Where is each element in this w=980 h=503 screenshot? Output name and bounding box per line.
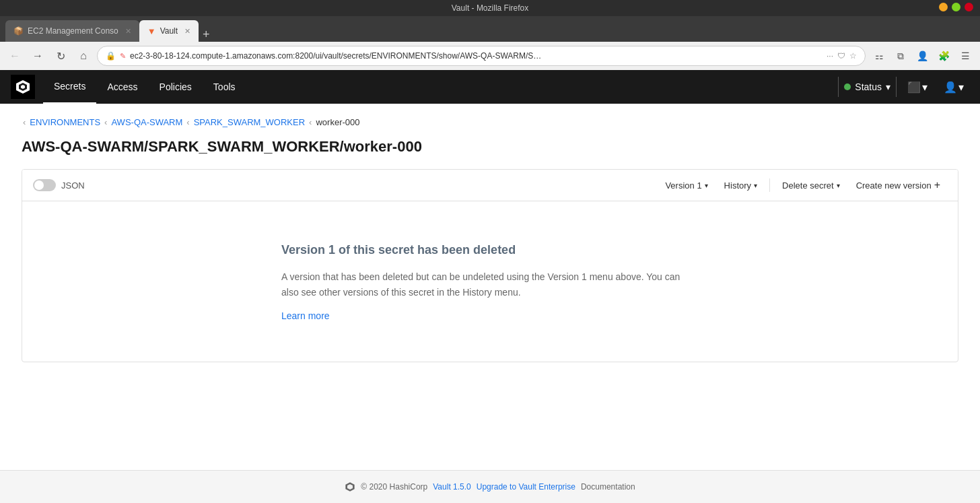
version-label: Version 1 <box>665 180 701 191</box>
breadcrumb-current: worker-000 <box>316 117 359 127</box>
vault-logo-icon <box>15 79 31 95</box>
maximize-button[interactable] <box>952 3 960 11</box>
nav-access[interactable]: Access <box>96 70 148 104</box>
breadcrumb-sep-3: ‹ <box>309 117 312 127</box>
reload-button[interactable]: ↻ <box>51 46 70 65</box>
breadcrumb-spark-swarm-worker[interactable]: SPARK_SWARM_WORKER <box>194 117 305 127</box>
create-plus-icon: + <box>934 179 940 191</box>
tab-ec2-favicon: 📦 <box>13 26 24 36</box>
delete-chevron-icon: ▾ <box>837 182 840 189</box>
home-button[interactable]: ⌂ <box>74 46 93 65</box>
breadcrumb-aws-qa-swarm[interactable]: AWS-QA-SWARM <box>111 117 182 127</box>
create-version-label: Create new version <box>856 180 932 191</box>
version-button[interactable]: Version 1 ▾ <box>658 178 714 193</box>
deleted-title: Version 1 of this secret has been delete… <box>281 242 516 259</box>
menu-button[interactable]: ☰ <box>956 46 975 65</box>
extensions-button[interactable]: 🧩 <box>934 46 953 65</box>
tab-ec2-close[interactable]: ✕ <box>125 27 131 36</box>
page-title: AWS-QA-SWARM/SPARK_SWARM_WORKER/worker-0… <box>22 138 958 156</box>
toolbar-separator <box>769 178 770 192</box>
version-chevron-icon: ▾ <box>705 182 708 189</box>
tab-ec2-label: EC2 Management Conso <box>28 26 118 36</box>
address-text: ec2-3-80-18-124.compute-1.amazonaws.com:… <box>130 51 823 61</box>
docs-link[interactable]: Documentation <box>581 482 635 492</box>
user-button[interactable]: 👤 ▾ <box>938 78 969 96</box>
status-label: Status <box>855 81 882 92</box>
vault-version-link[interactable]: Vault 1.5.0 <box>433 482 470 492</box>
nav-policies[interactable]: Policies <box>149 70 203 104</box>
browser-title: Vault - Mozilla Firefox <box>452 3 528 13</box>
vault-nav: Secrets Access Policies Tools Status ▾ ⬛… <box>0 70 980 104</box>
tab-vault[interactable]: ▼ Vault ✕ <box>139 20 199 42</box>
new-tab-button[interactable]: + <box>199 28 214 42</box>
back-button[interactable]: ← <box>5 46 24 65</box>
deleted-content: Version 1 of this secret has been delete… <box>254 201 726 362</box>
bookmark-icon[interactable]: 🛡 <box>837 51 845 61</box>
toolbar-right: Version 1 ▾ History ▾ Delete secret ▾ <box>658 176 947 194</box>
hashicorp-logo-icon <box>345 481 355 492</box>
breadcrumb-environments[interactable]: ENVIRONMENTS <box>30 117 100 127</box>
minimize-button[interactable] <box>939 3 948 11</box>
footer-copyright: © 2020 HashiCorp <box>361 482 427 492</box>
terminal-button[interactable]: ⬛ ▾ <box>902 78 933 96</box>
more-options-icon[interactable]: ··· <box>827 51 833 61</box>
status-chevron-icon: ▾ <box>886 81 890 92</box>
tab-vault-close[interactable]: ✕ <box>184 27 190 36</box>
create-version-button[interactable]: Create new version + <box>849 176 947 194</box>
security-icon: 🔒 <box>106 51 116 61</box>
secret-toolbar: JSON Version 1 ▾ History ▾ <box>22 170 958 201</box>
tab-ec2[interactable]: 📦 EC2 Management Conso ✕ <box>5 20 139 42</box>
secret-card: JSON Version 1 ▾ History ▾ <box>22 169 958 362</box>
sidebar-button[interactable]: ⚏ <box>870 46 888 65</box>
status-indicator <box>844 83 851 90</box>
star-icon[interactable]: ☆ <box>849 51 857 61</box>
address-icon: ✎ <box>120 52 126 61</box>
breadcrumb-sep-2: ‹ <box>186 117 189 127</box>
toggle-knob <box>34 180 44 190</box>
delete-button[interactable]: Delete secret ▾ <box>775 178 847 193</box>
json-label: JSON <box>61 180 85 191</box>
nav-tools[interactable]: Tools <box>203 70 246 104</box>
upgrade-link[interactable]: Upgrade to Vault Enterprise <box>477 482 575 492</box>
tab-vault-favicon: ▼ <box>147 26 156 36</box>
tab-groups-button[interactable]: ⧉ <box>891 46 910 65</box>
nav-secrets[interactable]: Secrets <box>43 70 96 104</box>
address-bar[interactable]: 🔒 ✎ ec2-3-80-18-124.compute-1.amazonaws.… <box>97 46 866 66</box>
tab-vault-label: Vault <box>160 26 178 36</box>
profile-button[interactable]: 👤 <box>913 46 932 65</box>
vault-logo <box>11 75 35 99</box>
status-button[interactable]: Status ▾ <box>844 81 890 92</box>
breadcrumb: ‹ ENVIRONMENTS ‹ AWS-QA-SWARM ‹ SPARK_SW… <box>22 117 958 127</box>
json-toggle-switch[interactable] <box>33 179 56 191</box>
history-label: History <box>724 180 751 191</box>
close-button[interactable] <box>965 3 973 11</box>
forward-button[interactable]: → <box>28 46 47 65</box>
breadcrumb-sep-1: ‹ <box>104 117 107 127</box>
json-toggle-group: JSON <box>33 179 85 191</box>
deleted-description: A version that has been deleted but can … <box>281 269 699 300</box>
footer-logo <box>345 481 355 492</box>
history-chevron-icon: ▾ <box>754 182 757 189</box>
history-button[interactable]: History ▾ <box>718 178 764 193</box>
delete-label: Delete secret <box>782 180 834 191</box>
learn-more-link[interactable]: Learn more <box>281 310 330 321</box>
footer: © 2020 HashiCorp Vault 1.5.0 Upgrade to … <box>0 470 980 503</box>
breadcrumb-sep-0: ‹ <box>23 117 26 127</box>
